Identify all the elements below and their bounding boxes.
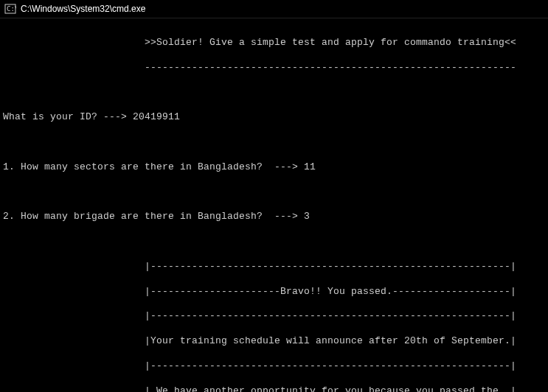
terminal-output: >>Soldier! Give a simple test and apply … — [0, 18, 548, 392]
blank-line — [3, 86, 545, 99]
result-box-line: |---------------------------------------… — [3, 310, 545, 323]
window-title-bar: C:\ C:\Windows\System32\cmd.exe — [0, 0, 548, 18]
window-title: C:\Windows\System32\cmd.exe — [21, 4, 145, 14]
cmd-icon: C:\ — [4, 3, 16, 15]
blank-line — [3, 236, 545, 248]
question-2-line: 2. How many brigade are there in Banglad… — [3, 211, 545, 223]
blank-line — [3, 186, 545, 199]
question-1-line: 1. How many sectors are there in Banglad… — [3, 161, 545, 174]
banner-divider: ----------------------------------------… — [3, 62, 545, 74]
result-box-line: |---------------------------------------… — [3, 261, 545, 273]
result-box-line: |---------------------------------------… — [3, 360, 545, 373]
result-box-line: | We have another opportunity for you be… — [3, 385, 545, 392]
banner-line: >>Soldier! Give a simple test and apply … — [3, 37, 545, 49]
blank-line — [3, 136, 545, 149]
svg-text:C:\: C:\ — [7, 5, 16, 13]
result-box-line: |Your training schedule will announce af… — [3, 335, 545, 348]
result-box-line: |----------------------Bravo!! You passe… — [3, 286, 545, 298]
id-prompt-line: What is your ID? ---> 20419911 — [3, 111, 545, 124]
